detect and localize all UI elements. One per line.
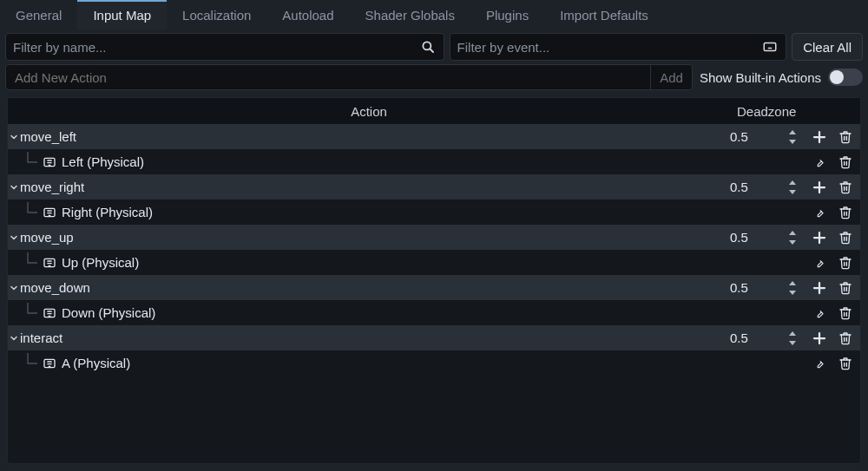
edit-event-button[interactable] bbox=[812, 255, 827, 271]
action-name: interact bbox=[20, 330, 730, 345]
event-row[interactable]: Up (Physical) bbox=[8, 250, 860, 275]
chevron-down-icon[interactable] bbox=[8, 283, 20, 293]
delete-action-button[interactable] bbox=[838, 230, 853, 245]
input-map-panel: General Input Map Localization Autoload … bbox=[0, 0, 868, 471]
tab-general[interactable]: General bbox=[0, 0, 77, 29]
keyboard-icon bbox=[43, 306, 56, 320]
add-action-button[interactable]: Add bbox=[650, 65, 692, 89]
add-event-button[interactable] bbox=[812, 230, 827, 245]
deadzone-spinner[interactable]: 0.5 bbox=[730, 280, 805, 296]
filter-event-box bbox=[450, 33, 787, 61]
add-event-button[interactable] bbox=[812, 280, 827, 296]
event-label: Up (Physical) bbox=[62, 255, 730, 270]
chevron-down-icon[interactable] bbox=[8, 182, 20, 193]
deadzone-value: 0.5 bbox=[730, 330, 748, 345]
keyboard-capture-icon[interactable] bbox=[761, 38, 779, 56]
column-action: Action bbox=[8, 104, 730, 119]
tab-shader-globals[interactable]: Shader Globals bbox=[350, 0, 470, 29]
keyboard-icon bbox=[43, 206, 56, 219]
event-row[interactable]: Right (Physical) bbox=[8, 200, 860, 225]
action-row[interactable]: move_down0.5 bbox=[8, 275, 860, 300]
deadzone-spinner[interactable]: 0.5 bbox=[730, 230, 805, 245]
tree-elbow-icon bbox=[20, 152, 43, 173]
event-row[interactable]: Down (Physical) bbox=[8, 300, 860, 325]
event-row[interactable]: A (Physical) bbox=[8, 350, 860, 376]
deadzone-spinner[interactable]: 0.5 bbox=[730, 180, 805, 195]
delete-event-button[interactable] bbox=[838, 255, 853, 271]
show-builtin-label: Show Built-in Actions bbox=[700, 70, 821, 85]
add-event-button[interactable] bbox=[812, 129, 827, 145]
filter-name-input[interactable] bbox=[13, 40, 419, 55]
show-builtin-toggle[interactable] bbox=[828, 69, 863, 86]
tab-import-defaults[interactable]: Import Defaults bbox=[544, 0, 664, 29]
delete-action-button[interactable] bbox=[838, 180, 853, 195]
tree-elbow-icon bbox=[20, 252, 43, 273]
chevron-down-icon[interactable] bbox=[8, 132, 20, 142]
delete-action-button[interactable] bbox=[838, 330, 853, 346]
event-label: Right (Physical) bbox=[62, 205, 730, 219]
keyboard-icon bbox=[43, 256, 56, 270]
svg-line-1 bbox=[430, 49, 433, 52]
delete-event-button[interactable] bbox=[838, 205, 853, 220]
action-name: move_down bbox=[20, 280, 730, 295]
clear-all-button[interactable]: Clear All bbox=[792, 33, 863, 61]
edit-event-button[interactable] bbox=[812, 205, 827, 220]
tree-elbow-icon bbox=[20, 303, 43, 324]
add-action-row: Add Show Built-in Actions bbox=[0, 64, 868, 95]
delete-action-button[interactable] bbox=[838, 129, 853, 145]
action-row[interactable]: interact0.5 bbox=[8, 325, 860, 350]
spinner-arrows-icon[interactable] bbox=[786, 330, 799, 346]
event-label: A (Physical) bbox=[62, 356, 730, 370]
event-label: Left (Physical) bbox=[62, 154, 730, 169]
column-deadzone: Deadzone bbox=[730, 104, 860, 119]
table-header: Action Deadzone bbox=[8, 98, 860, 124]
add-action-input[interactable] bbox=[6, 70, 650, 85]
edit-event-button[interactable] bbox=[812, 154, 827, 170]
edit-event-button[interactable] bbox=[812, 356, 827, 371]
filter-row: Clear All bbox=[0, 29, 868, 64]
delete-event-button[interactable] bbox=[838, 356, 853, 371]
keyboard-icon bbox=[43, 357, 56, 370]
spinner-arrows-icon[interactable] bbox=[786, 180, 799, 195]
action-row[interactable]: move_left0.5 bbox=[8, 124, 860, 149]
deadzone-value: 0.5 bbox=[730, 129, 748, 144]
filter-name-box bbox=[5, 33, 444, 61]
action-name: move_up bbox=[20, 230, 730, 245]
delete-event-button[interactable] bbox=[838, 305, 853, 321]
deadzone-value: 0.5 bbox=[730, 180, 748, 194]
deadzone-value: 0.5 bbox=[730, 230, 748, 245]
action-row[interactable]: move_up0.5 bbox=[8, 225, 860, 250]
tab-autoload[interactable]: Autoload bbox=[266, 0, 349, 29]
deadzone-value: 0.5 bbox=[730, 280, 748, 295]
tab-input-map[interactable]: Input Map bbox=[77, 0, 167, 29]
deadzone-spinner[interactable]: 0.5 bbox=[730, 330, 805, 346]
svg-rect-2 bbox=[764, 43, 776, 51]
spinner-arrows-icon[interactable] bbox=[786, 280, 799, 296]
action-name: move_left bbox=[20, 129, 730, 144]
add-event-button[interactable] bbox=[812, 180, 827, 195]
add-event-button[interactable] bbox=[812, 330, 827, 346]
action-name: move_right bbox=[20, 180, 730, 194]
settings-tabs: General Input Map Localization Autoload … bbox=[0, 0, 868, 29]
action-row[interactable]: move_right0.5 bbox=[8, 174, 860, 200]
deadzone-spinner[interactable]: 0.5 bbox=[730, 129, 805, 145]
spinner-arrows-icon[interactable] bbox=[786, 129, 799, 145]
edit-event-button[interactable] bbox=[812, 305, 827, 321]
delete-action-button[interactable] bbox=[838, 280, 853, 296]
tree-elbow-icon bbox=[20, 202, 43, 223]
delete-event-button[interactable] bbox=[838, 154, 853, 170]
spinner-arrows-icon[interactable] bbox=[786, 230, 799, 245]
tab-localization[interactable]: Localization bbox=[167, 0, 266, 29]
chevron-down-icon[interactable] bbox=[8, 333, 20, 343]
event-label: Down (Physical) bbox=[62, 305, 730, 320]
actions-table: Action Deadzone move_left0.5Left (Physic… bbox=[7, 97, 861, 464]
search-icon[interactable] bbox=[419, 38, 437, 56]
chevron-down-icon[interactable] bbox=[8, 232, 20, 243]
keyboard-icon bbox=[43, 155, 56, 169]
add-action-box: Add bbox=[5, 64, 693, 90]
event-row[interactable]: Left (Physical) bbox=[8, 149, 860, 174]
tab-plugins[interactable]: Plugins bbox=[470, 0, 544, 29]
tree-elbow-icon bbox=[20, 353, 43, 374]
filter-event-input[interactable] bbox=[457, 40, 762, 55]
